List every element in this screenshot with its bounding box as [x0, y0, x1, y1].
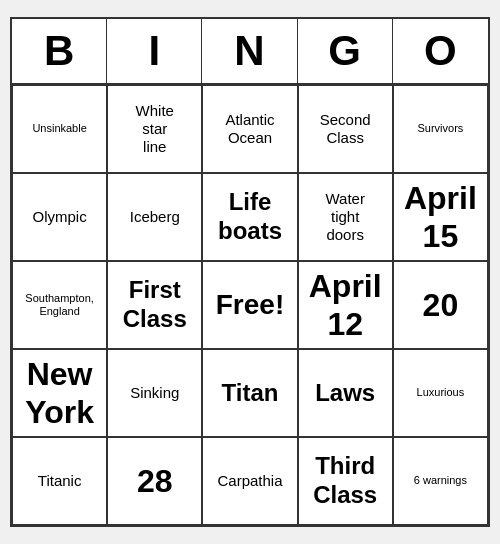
bingo-cell-13: April12 — [298, 261, 393, 349]
bingo-cell-0: Unsinkable — [12, 85, 107, 173]
bingo-cell-11: FirstClass — [107, 261, 202, 349]
bingo-cell-3: SecondClass — [298, 85, 393, 173]
bingo-letter-g: G — [298, 19, 393, 83]
bingo-cell-9: April15 — [393, 173, 488, 261]
bingo-cell-12: Free! — [202, 261, 297, 349]
bingo-cell-20: Titanic — [12, 437, 107, 525]
bingo-cell-23: ThirdClass — [298, 437, 393, 525]
bingo-cell-16: Sinking — [107, 349, 202, 437]
bingo-cell-14: 20 — [393, 261, 488, 349]
bingo-cell-7: Lifeboats — [202, 173, 297, 261]
bingo-cell-6: Iceberg — [107, 173, 202, 261]
bingo-letter-i: I — [107, 19, 202, 83]
bingo-letter-b: B — [12, 19, 107, 83]
bingo-cell-24: 6 warnings — [393, 437, 488, 525]
bingo-cell-4: Survivors — [393, 85, 488, 173]
bingo-card: BINGO UnsinkableWhitestarlineAtlanticOce… — [10, 17, 490, 527]
bingo-cell-17: Titan — [202, 349, 297, 437]
bingo-cell-19: Luxurious — [393, 349, 488, 437]
bingo-cell-8: Watertightdoors — [298, 173, 393, 261]
bingo-letter-n: N — [202, 19, 297, 83]
bingo-cell-1: Whitestarline — [107, 85, 202, 173]
bingo-cell-15: NewYork — [12, 349, 107, 437]
bingo-letter-o: O — [393, 19, 488, 83]
bingo-cell-21: 28 — [107, 437, 202, 525]
bingo-cell-22: Carpathia — [202, 437, 297, 525]
bingo-cell-5: Olympic — [12, 173, 107, 261]
bingo-cell-18: Laws — [298, 349, 393, 437]
bingo-grid: UnsinkableWhitestarlineAtlanticOceanSeco… — [12, 85, 488, 525]
bingo-cell-10: Southampton, England — [12, 261, 107, 349]
bingo-header: BINGO — [12, 19, 488, 85]
bingo-cell-2: AtlanticOcean — [202, 85, 297, 173]
